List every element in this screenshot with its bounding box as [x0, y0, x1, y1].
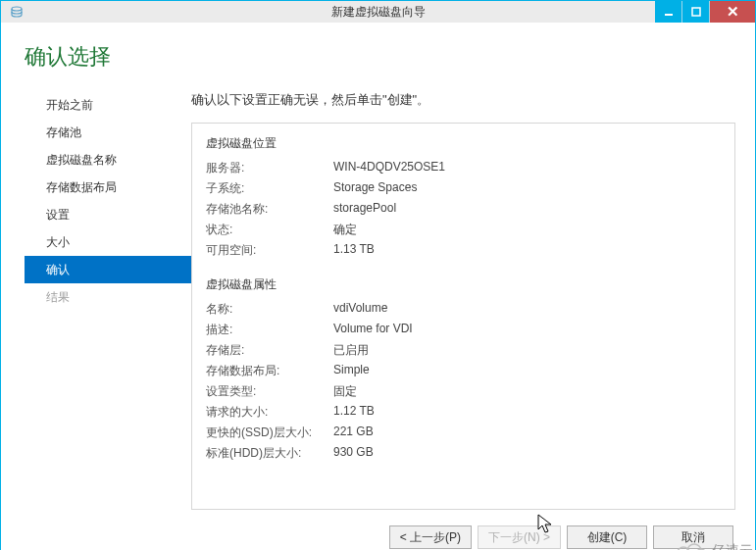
location-group: 虚拟磁盘位置 服务器:WIN-4DQDV25OSE1 子系统:Storage S…: [206, 135, 721, 261]
label-tier: 存储层:: [206, 342, 333, 359]
sidebar-item-label: 结果: [46, 290, 70, 304]
label-poolname: 存储池名称:: [206, 201, 333, 218]
label-reqsize: 请求的大小:: [206, 404, 333, 421]
value-ssdtier: 221 GB: [333, 425, 374, 441]
cancel-button[interactable]: 取消: [653, 525, 733, 549]
label-status: 状态:: [206, 222, 333, 238]
sidebar-item-confirm[interactable]: 确认: [25, 256, 191, 283]
row-layout: 存储数据布局:Simple: [206, 361, 721, 381]
sidebar-item-storage-layout[interactable]: 存储数据布局: [25, 174, 191, 201]
row-tier: 存储层:已启用: [206, 340, 721, 361]
row-poolname: 存储池名称:storagePool: [206, 199, 721, 220]
sidebar-item-before-begin[interactable]: 开始之前: [25, 91, 191, 119]
value-name: vdiVolume: [333, 301, 387, 318]
window-title: 新建虚拟磁盘向导: [1, 4, 755, 21]
sidebar-item-label: 大小: [46, 235, 70, 249]
row-ssdtier: 更快的(SSD)层大小:221 GB: [206, 423, 721, 443]
sidebar-item-vdisk-name[interactable]: 虚拟磁盘名称: [25, 146, 191, 174]
label-layout: 存储数据布局:: [206, 363, 333, 379]
titlebar: 新建虚拟磁盘向导 ✕: [0, 0, 756, 23]
window-controls: ✕: [655, 1, 755, 23]
label-subsystem: 子系统:: [206, 180, 333, 197]
value-status: 确定: [333, 222, 357, 238]
label-hddtier: 标准(HDD)层大小:: [206, 445, 333, 462]
row-hddtier: 标准(HDD)层大小:930 GB: [206, 443, 721, 464]
properties-group-title: 虚拟磁盘属性: [206, 276, 721, 293]
minimize-button[interactable]: [655, 1, 682, 23]
properties-group: 虚拟磁盘属性 名称:vdiVolume 描述:Volume for VDI 存储…: [206, 276, 721, 464]
value-settype: 固定: [333, 383, 357, 400]
sidebar-item-results: 结果: [25, 283, 191, 311]
label-name: 名称:: [206, 301, 333, 318]
wizard-main: 确认以下设置正确无误，然后单击"创建"。 虚拟磁盘位置 服务器:WIN-4DQD…: [191, 91, 735, 510]
sidebar-item-size[interactable]: 大小: [25, 228, 191, 256]
value-subsystem: Storage Spaces: [333, 180, 417, 197]
wizard-footer: < 上一步(P) 下一步(N) > 创建(C) 取消: [25, 525, 735, 549]
row-desc: 描述:Volume for VDI: [206, 320, 721, 340]
sidebar-item-label: 存储池: [46, 125, 81, 139]
sidebar-item-label: 开始之前: [46, 98, 93, 112]
label-server: 服务器:: [206, 160, 333, 176]
value-reqsize: 1.12 TB: [333, 404, 375, 421]
value-freespace: 1.13 TB: [333, 242, 375, 259]
label-settype: 设置类型:: [206, 383, 333, 400]
window-app-icon: [9, 4, 25, 20]
svg-rect-1: [665, 14, 673, 16]
maximize-button[interactable]: [682, 1, 710, 23]
row-server: 服务器:WIN-4DQDV25OSE1: [206, 158, 721, 178]
summary-panel: 虚拟磁盘位置 服务器:WIN-4DQDV25OSE1 子系统:Storage S…: [191, 123, 735, 510]
wizard-sidebar: 开始之前 存储池 虚拟磁盘名称 存储数据布局 设置 大小 确认 结果: [25, 91, 191, 510]
sidebar-item-label: 虚拟磁盘名称: [46, 153, 117, 167]
row-settype: 设置类型:固定: [206, 381, 721, 402]
label-desc: 描述:: [206, 322, 333, 338]
row-name: 名称:vdiVolume: [206, 299, 721, 320]
label-freespace: 可用空间:: [206, 242, 333, 259]
close-button[interactable]: ✕: [710, 1, 755, 23]
sidebar-item-label: 存储数据布局: [46, 180, 117, 194]
create-button[interactable]: 创建(C): [567, 525, 647, 549]
prev-button[interactable]: < 上一步(P): [389, 525, 472, 549]
row-status: 状态:确定: [206, 220, 721, 240]
sidebar-item-settings[interactable]: 设置: [25, 201, 191, 228]
label-ssdtier: 更快的(SSD)层大小:: [206, 425, 333, 441]
wizard-body: 确认选择 开始之前 存储池 虚拟磁盘名称 存储数据布局 设置 大小 确认 结果 …: [0, 23, 756, 550]
row-reqsize: 请求的大小:1.12 TB: [206, 402, 721, 423]
svg-rect-2: [692, 8, 700, 16]
next-button: 下一步(N) >: [478, 525, 561, 549]
sidebar-item-storage-pool[interactable]: 存储池: [25, 119, 191, 146]
location-group-title: 虚拟磁盘位置: [206, 135, 721, 152]
page-title: 确认选择: [25, 42, 735, 72]
instruction-text: 确认以下设置正确无误，然后单击"创建"。: [191, 91, 735, 109]
sidebar-item-label: 设置: [46, 208, 70, 222]
value-desc: Volume for VDI: [333, 322, 413, 338]
svg-point-0: [12, 7, 22, 11]
value-tier: 已启用: [333, 342, 369, 359]
sidebar-item-label: 确认: [46, 263, 70, 276]
value-server: WIN-4DQDV25OSE1: [333, 160, 445, 176]
row-freespace: 可用空间:1.13 TB: [206, 240, 721, 261]
value-poolname: storagePool: [333, 201, 396, 218]
row-subsystem: 子系统:Storage Spaces: [206, 178, 721, 199]
value-hddtier: 930 GB: [333, 445, 374, 462]
value-layout: Simple: [333, 363, 370, 379]
